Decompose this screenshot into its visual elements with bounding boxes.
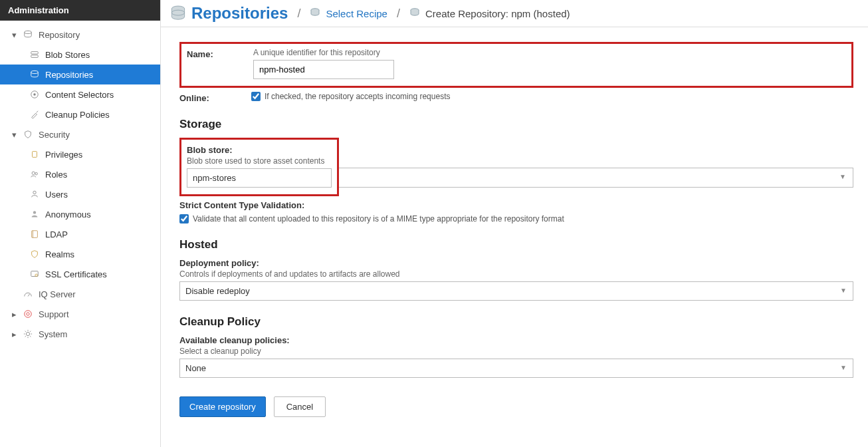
breadcrumb: Repositories / Select Recipe / Create Re… bbox=[161, 0, 868, 27]
breadcrumb-root[interactable]: Repositories bbox=[191, 4, 288, 23]
svg-point-0 bbox=[25, 31, 32, 33]
lifebuoy-icon bbox=[23, 309, 33, 319]
svg-rect-14 bbox=[31, 271, 39, 277]
sidebar-item-label: LDAP bbox=[45, 229, 68, 239]
cleanup-section-title: Cleanup Policy bbox=[179, 315, 853, 329]
name-help: A unique identifier for this repository bbox=[253, 48, 846, 57]
svg-point-9 bbox=[35, 172, 38, 175]
database-small-icon bbox=[310, 7, 322, 20]
tag-icon bbox=[29, 89, 40, 100]
certificate-icon bbox=[29, 269, 40, 279]
cleanup-available-help: Select a cleanup policy bbox=[179, 347, 853, 356]
sidebar-item-content-selectors[interactable]: Content Selectors bbox=[0, 84, 160, 104]
breadcrumb-current: Create Repository: npm (hosted) bbox=[425, 8, 570, 19]
sidebar-item-label: Blob Stores bbox=[45, 50, 90, 60]
caret-down-icon: ▾ bbox=[12, 130, 20, 140]
database-icon bbox=[29, 69, 40, 80]
svg-line-6 bbox=[37, 111, 39, 113]
sidebar-item-roles[interactable]: Roles bbox=[0, 164, 160, 184]
strict-label: Strict Content Type Validation: bbox=[179, 200, 853, 210]
name-highlight-box: Name: A unique identifier for this repos… bbox=[179, 42, 853, 88]
sidebar-item-repositories[interactable]: Repositories bbox=[0, 65, 160, 84]
users-icon bbox=[29, 169, 40, 180]
svg-rect-7 bbox=[33, 152, 37, 158]
breadcrumb-select-recipe[interactable]: Select Recipe bbox=[326, 8, 387, 19]
server-icon bbox=[29, 49, 40, 60]
sidebar-item-label: Support bbox=[39, 309, 69, 319]
svg-point-18 bbox=[27, 313, 29, 315]
caret-right-icon: ▸ bbox=[12, 309, 20, 319]
svg-rect-1 bbox=[31, 52, 39, 55]
online-label: Online: bbox=[179, 92, 251, 103]
online-checkbox[interactable] bbox=[251, 92, 261, 101]
sidebar-item-blob-stores[interactable]: Blob Stores bbox=[0, 45, 160, 65]
anonymous-icon bbox=[29, 209, 40, 220]
sidebar-group-system[interactable]: ▸ System bbox=[0, 324, 160, 344]
sidebar-group-repository[interactable]: ▾ Repository bbox=[0, 25, 160, 45]
sidebar-item-users[interactable]: Users bbox=[0, 184, 160, 204]
gauge-icon bbox=[23, 289, 33, 299]
svg-point-15 bbox=[35, 274, 38, 277]
sidebar-item-ssl-certificates[interactable]: SSL Certificates bbox=[0, 264, 160, 284]
sidebar: Administration ▾ Repository Blob Stores bbox=[0, 0, 161, 447]
blobstore-label: Blob store: bbox=[187, 145, 332, 155]
svg-point-5 bbox=[33, 93, 36, 96]
svg-point-3 bbox=[31, 71, 39, 73]
svg-line-16 bbox=[28, 294, 30, 297]
database-small-icon bbox=[409, 7, 421, 20]
book-icon bbox=[29, 229, 40, 239]
svg-point-10 bbox=[33, 191, 36, 194]
create-repository-button[interactable]: Create repository bbox=[179, 396, 266, 417]
name-input[interactable] bbox=[253, 60, 394, 79]
sidebar-item-anonymous[interactable]: Anonymous bbox=[0, 204, 160, 224]
shield-small-icon bbox=[29, 249, 40, 259]
strict-help: Validate that all content uploaded to th… bbox=[193, 214, 564, 224]
online-help: If checked, the repository accepts incom… bbox=[265, 92, 450, 101]
hosted-section-title: Hosted bbox=[179, 238, 853, 251]
deployment-label: Deployment policy: bbox=[179, 258, 853, 268]
strict-checkbox[interactable] bbox=[179, 214, 189, 224]
cancel-button[interactable]: Cancel bbox=[274, 396, 326, 417]
sidebar-item-cleanup-policies[interactable]: Cleanup Policies bbox=[0, 104, 160, 124]
svg-point-19 bbox=[26, 332, 29, 335]
sidebar-group-support[interactable]: ▸ Support bbox=[0, 304, 160, 324]
caret-right-icon: ▸ bbox=[12, 329, 20, 339]
sidebar-item-label: Roles bbox=[45, 170, 67, 180]
sidebar-item-label: System bbox=[39, 329, 67, 339]
sidebar-item-label: Anonymous bbox=[45, 210, 91, 220]
cleanup-select[interactable]: None bbox=[179, 359, 853, 378]
sidebar-label: Repository bbox=[39, 30, 80, 40]
storage-section-title: Storage bbox=[179, 118, 853, 131]
database-icon bbox=[23, 29, 33, 40]
svg-rect-2 bbox=[31, 55, 39, 58]
gear-icon bbox=[23, 329, 33, 339]
sidebar-item-label: Cleanup Policies bbox=[45, 110, 110, 120]
sidebar-item-ldap[interactable]: LDAP bbox=[0, 224, 160, 244]
sidebar-item-label: Users bbox=[45, 190, 68, 200]
chevron-down-icon: ▼ bbox=[839, 173, 846, 180]
sidebar-item-label: Realms bbox=[45, 249, 74, 259]
svg-point-17 bbox=[25, 311, 32, 318]
blobstore-select-extension: ▼ bbox=[339, 176, 853, 196]
blobstore-highlight-box: Blob store: Blob store used to store ass… bbox=[179, 138, 339, 196]
sidebar-group-security[interactable]: ▾ Security bbox=[0, 124, 160, 144]
database-large-icon bbox=[169, 4, 187, 23]
user-icon bbox=[29, 189, 40, 200]
name-label: Name: bbox=[187, 48, 253, 59]
breadcrumb-separator: / bbox=[297, 7, 300, 21]
breadcrumb-separator: / bbox=[397, 7, 400, 21]
sidebar-item-label: Repositories bbox=[45, 70, 93, 80]
shield-icon bbox=[23, 129, 33, 140]
svg-point-11 bbox=[33, 211, 36, 214]
sidebar-title: Administration bbox=[0, 0, 160, 21]
sidebar-item-label: Content Selectors bbox=[45, 90, 114, 100]
sidebar-item-realms[interactable]: Realms bbox=[0, 244, 160, 264]
sidebar-item-privileges[interactable]: Privileges bbox=[0, 144, 160, 164]
caret-down-icon: ▾ bbox=[12, 30, 20, 40]
sidebar-item-iq-server[interactable]: IQ Server bbox=[0, 284, 160, 304]
sidebar-item-label: SSL Certificates bbox=[45, 269, 107, 279]
blobstore-select[interactable]: npm-stores bbox=[187, 168, 332, 188]
blobstore-help: Blob store used to store asset contents bbox=[187, 156, 332, 166]
badge-icon bbox=[29, 149, 40, 160]
deployment-select[interactable]: Disable redeploy bbox=[179, 281, 853, 301]
